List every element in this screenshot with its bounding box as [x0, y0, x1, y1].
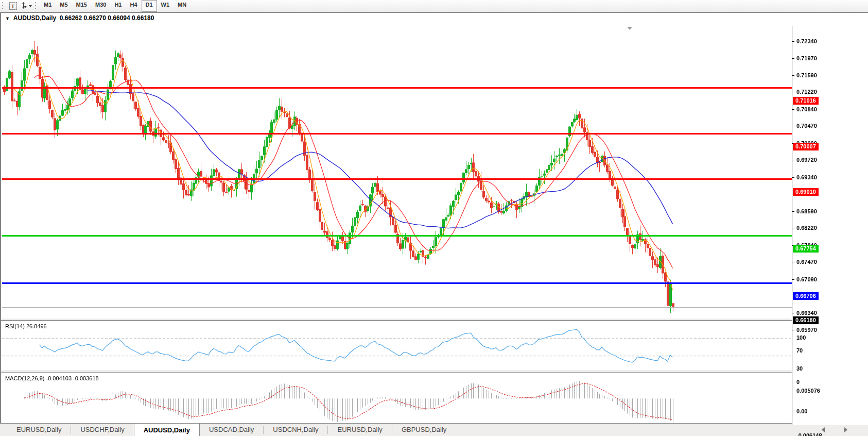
price-level-badge: 0.69010 [793, 188, 819, 196]
macd-scale-zero: 0.00 [796, 408, 807, 414]
quote-open: 0.66262 [60, 14, 82, 22]
toolbar: T M1M5M15M30H1H4D1W1MN [0, 0, 868, 12]
rsi-scale-30: 30 [796, 365, 803, 372]
collapse-triangle-icon[interactable]: ▼ [5, 16, 10, 21]
price-level-badge: 0.71016 [793, 97, 819, 105]
chevron-down-icon [29, 5, 32, 7]
timeframe-button-m15[interactable]: M15 [72, 0, 91, 12]
macd-name: MACD(12,26,9) [5, 375, 44, 381]
macd-scale-max: 0.005076 [796, 388, 820, 394]
price-level-badge: 0.66706 [793, 292, 819, 300]
tab-usdchf-1[interactable]: USDCHF,Daily [71, 424, 133, 436]
timeframe-button-m30[interactable]: M30 [91, 0, 110, 12]
tab-scroll-right-button[interactable] [844, 427, 847, 432]
y-axis-tick: 0.70840 [796, 106, 817, 113]
price-level-line-resistance[interactable] [2, 87, 792, 89]
arrange-arrows-icon [20, 2, 27, 11]
y-axis-tick: 0.68220 [796, 224, 817, 231]
price-axis[interactable]: 100 70 30 0 0.005076 0.00 -0.006148 0.72… [792, 26, 868, 425]
arrows-tool-button[interactable] [20, 1, 32, 11]
macd-scale-min: -0.006148 [796, 432, 822, 436]
y-axis-tick: 0.67090 [796, 276, 817, 283]
macd-main-value: -0.004103 [46, 375, 72, 381]
tab-eurusd-5[interactable]: EURUSD,Daily [328, 424, 391, 436]
tab-eurusd-0[interactable]: EURUSD,Daily [7, 424, 71, 436]
y-axis-tick: 0.67470 [796, 258, 817, 265]
tab-usdcnh-4[interactable]: USDCNH,Daily [264, 424, 327, 436]
text-label-icon: T [9, 2, 17, 10]
tab-usdcad-3[interactable]: USDCAD,Daily [200, 424, 263, 436]
rsi-scale-0: 0 [796, 379, 800, 385]
current-price-line [2, 307, 792, 308]
price-level-line-resistance[interactable] [2, 178, 792, 180]
tab-audusd-2[interactable]: AUDUSD,Daily [134, 423, 200, 436]
y-axis-tick: 0.69720 [796, 156, 817, 163]
y-axis-tick: 0.71970 [796, 55, 817, 62]
price-level-line-resistance[interactable] [2, 133, 792, 135]
macd-signal-value: -0.003618 [73, 375, 99, 381]
timeframe-button-m1[interactable]: M1 [40, 0, 56, 12]
chart-window: ▼ AUDUSD,Daily 0.66262 0.66270 0.66094 0… [0, 12, 868, 423]
rsi-indicator-pane[interactable]: RSI(14) 26.8496 [1, 321, 792, 371]
y-axis-tick: 0.72340 [796, 38, 817, 45]
rsi-canvas[interactable] [2, 321, 792, 371]
timeframe-button-group: M1M5M15M30H1H4D1W1MN [40, 0, 190, 12]
quote-close: 0.66180 [132, 14, 154, 22]
y-axis-tick: 0.71590 [796, 72, 817, 79]
timeframe-button-h4[interactable]: H4 [126, 0, 141, 12]
price-chart-pane[interactable] [1, 26, 792, 319]
y-axis-tick: 0.65970 [796, 326, 817, 333]
macd-canvas[interactable] [2, 373, 792, 426]
tab-gbpusd-6[interactable]: GBPUSD,Daily [392, 424, 456, 436]
macd-label: MACD(12,26,9) -0.004103 -0.003618 [5, 375, 99, 381]
y-axis-tick: 0.71220 [796, 88, 817, 95]
price-level-badge: 0.70007 [793, 143, 819, 150]
timeframe-button-w1[interactable]: W1 [157, 0, 174, 12]
chart-shift-marker[interactable] [627, 27, 632, 30]
rsi-name: RSI(14) [5, 323, 25, 329]
timeframe-button-mn[interactable]: MN [173, 0, 190, 12]
text-label-tool-button[interactable]: T [7, 1, 19, 11]
y-axis-tick: 0.70470 [796, 122, 817, 129]
toolbar-grip-2[interactable] [35, 2, 38, 10]
macd-indicator-pane[interactable]: MACD(12,26,9) -0.004103 -0.003618 [1, 373, 792, 426]
timeframe-button-d1[interactable]: D1 [142, 0, 157, 12]
tab-scroll-left-button[interactable] [822, 427, 825, 432]
symbol-label: AUDUSD,Daily [13, 14, 56, 22]
quote-low: 0.66094 [108, 14, 130, 22]
toolbar-grip[interactable] [2, 2, 5, 10]
chart-title: ▼ AUDUSD,Daily 0.66262 0.66270 0.66094 0… [5, 14, 154, 22]
price-level-line-support[interactable] [2, 235, 792, 237]
rsi-scale-70: 70 [796, 347, 803, 354]
rsi-scale-100: 100 [796, 334, 806, 341]
timeframe-button-m5[interactable]: M5 [56, 0, 72, 12]
main-chart-canvas[interactable] [2, 26, 792, 318]
current-price-badge: 0.66180 [793, 316, 819, 324]
rsi-label: RSI(14) 26.8496 [5, 323, 47, 329]
y-axis-tick: 0.66340 [796, 309, 817, 316]
price-level-badge: 0.67754 [793, 245, 819, 253]
rsi-value: 26.8496 [26, 323, 47, 329]
chart-tab-bar: EURUSD,DailyUSDCHF,DailyAUDUSD,DailyUSDC… [0, 423, 868, 436]
timeframe-button-h1[interactable]: H1 [110, 0, 126, 12]
quote-high: 0.66270 [84, 14, 106, 22]
y-axis-tick: 0.69340 [796, 174, 817, 181]
price-level-line-support[interactable] [2, 282, 792, 284]
y-axis-tick: 0.68590 [796, 208, 817, 215]
